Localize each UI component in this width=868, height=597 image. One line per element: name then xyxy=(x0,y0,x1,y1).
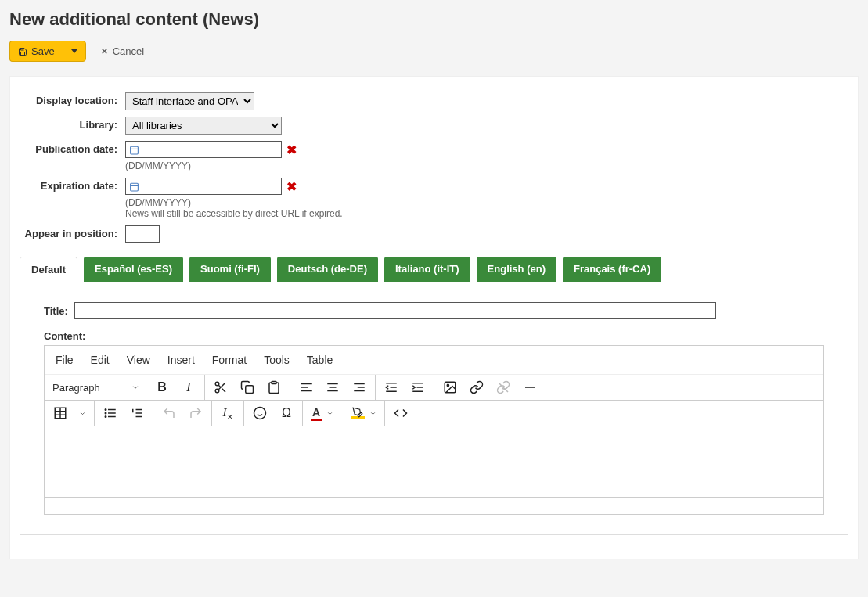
title-input[interactable] xyxy=(74,302,716,319)
emoji-icon xyxy=(253,406,267,420)
image-icon xyxy=(443,380,457,394)
tab-it-it[interactable]: Italiano (it-IT) xyxy=(384,257,470,282)
svg-line-9 xyxy=(222,389,225,392)
special-char-button[interactable]: Ω xyxy=(279,405,294,421)
tab-fr-ca[interactable]: Français (fr-CA) xyxy=(563,257,661,282)
publication-date-input[interactable] xyxy=(125,141,282,158)
clear-exp-date-icon[interactable]: ✖ xyxy=(286,179,297,194)
svg-rect-11 xyxy=(246,386,254,394)
paragraph-label: Paragraph xyxy=(52,382,100,394)
cut-icon xyxy=(214,380,228,394)
italic-button[interactable]: I xyxy=(181,379,196,395)
svg-point-6 xyxy=(215,382,219,386)
svg-line-30 xyxy=(499,383,508,392)
highlight-icon xyxy=(351,408,365,419)
chevron-down-icon[interactable] xyxy=(79,410,86,417)
unlink-icon xyxy=(496,380,510,394)
highlight-color-button[interactable] xyxy=(351,408,376,419)
cut-button[interactable] xyxy=(213,379,229,395)
menu-edit[interactable]: Edit xyxy=(91,354,110,366)
text-color-button[interactable]: A xyxy=(311,406,333,421)
table-button[interactable] xyxy=(52,405,68,421)
align-center-button[interactable] xyxy=(325,379,340,395)
outdent-icon xyxy=(384,380,398,394)
hr-icon xyxy=(523,380,537,394)
svg-point-29 xyxy=(447,384,448,386)
unlink-button[interactable] xyxy=(495,379,511,395)
tab-es-es[interactable]: Español (es-ES) xyxy=(84,257,183,282)
redo-button[interactable] xyxy=(188,405,203,421)
emoji-button[interactable] xyxy=(252,405,268,421)
copy-icon xyxy=(240,380,254,394)
cancel-button[interactable]: Cancel xyxy=(100,45,144,57)
svg-rect-2 xyxy=(131,146,139,154)
number-list-button[interactable] xyxy=(129,405,145,421)
undo-icon xyxy=(162,406,176,420)
menu-view[interactable]: View xyxy=(127,354,150,366)
close-icon xyxy=(100,47,109,56)
align-right-icon xyxy=(352,380,366,394)
link-button[interactable] xyxy=(469,379,484,395)
calendar-icon xyxy=(129,145,139,155)
content-label: Content: xyxy=(44,330,824,342)
menu-format[interactable]: Format xyxy=(212,354,247,366)
chevron-down-icon xyxy=(369,410,376,417)
link-icon xyxy=(470,380,484,394)
menu-insert[interactable]: Insert xyxy=(167,354,195,366)
exp-date-hint: (DD/MM/YYYY) xyxy=(125,197,848,208)
align-right-button[interactable] xyxy=(351,379,367,395)
save-dropdown-caret[interactable] xyxy=(63,41,86,62)
clear-pub-date-icon[interactable]: ✖ xyxy=(286,142,297,157)
indent-button[interactable] xyxy=(410,379,426,395)
align-center-icon xyxy=(326,380,340,394)
expiration-date-input[interactable] xyxy=(125,178,282,195)
tab-en[interactable]: English (en) xyxy=(477,257,556,282)
copy-button[interactable] xyxy=(240,379,255,395)
tab-panel: Title: Content: File Edit View Insert Fo… xyxy=(20,282,848,535)
save-button[interactable]: Save xyxy=(9,41,63,62)
svg-point-39 xyxy=(105,409,106,411)
hr-button[interactable] xyxy=(522,379,538,395)
outdent-button[interactable] xyxy=(384,379,399,395)
align-left-button[interactable] xyxy=(298,379,314,395)
display-location-label: Display location: xyxy=(20,92,125,110)
clear-format-button[interactable]: I✕ xyxy=(220,405,236,421)
chevron-down-icon xyxy=(326,410,333,417)
library-label: Library: xyxy=(20,117,125,135)
pub-date-hint: (DD/MM/YYYY) xyxy=(125,160,848,171)
align-left-icon xyxy=(299,380,313,394)
rich-text-editor: File Edit View Insert Format Tools Table… xyxy=(44,345,824,515)
paste-button[interactable] xyxy=(266,379,282,395)
menu-file[interactable]: File xyxy=(56,354,74,366)
editor-menubar: File Edit View Insert Format Tools Table xyxy=(45,346,823,375)
bold-button[interactable]: B xyxy=(154,379,170,395)
toolbar-row-2: I✕ Ω A xyxy=(45,401,823,426)
caret-down-icon xyxy=(71,49,77,53)
paragraph-select[interactable]: Paragraph xyxy=(52,382,139,394)
bullet-list-button[interactable] xyxy=(103,405,118,421)
svg-point-45 xyxy=(254,408,266,419)
svg-rect-4 xyxy=(131,183,139,191)
cancel-label: Cancel xyxy=(113,45,144,57)
exp-date-note: News will still be accessible by direct … xyxy=(125,208,848,219)
editor-content-area[interactable] xyxy=(45,426,823,497)
library-select[interactable]: All libraries xyxy=(125,117,282,135)
menu-table[interactable]: Table xyxy=(307,354,333,366)
tab-de-de[interactable]: Deutsch (de-DE) xyxy=(277,257,378,282)
position-input[interactable] xyxy=(125,225,160,243)
editor-footer xyxy=(45,497,823,514)
table-icon xyxy=(53,406,67,420)
display-location-select[interactable]: Staff interface and OPAC xyxy=(125,92,254,110)
form-panel: Display location: Staff interface and OP… xyxy=(9,76,859,559)
tab-default[interactable]: Default xyxy=(20,257,77,282)
svg-point-7 xyxy=(215,389,219,393)
code-icon xyxy=(394,406,408,420)
menu-tools[interactable]: Tools xyxy=(264,354,290,366)
publication-date-label: Publication date: xyxy=(20,141,125,171)
source-code-button[interactable] xyxy=(393,405,409,421)
image-button[interactable] xyxy=(442,379,458,395)
tab-fi-fi[interactable]: Suomi (fi-FI) xyxy=(189,257,271,282)
undo-button[interactable] xyxy=(161,405,177,421)
svg-rect-12 xyxy=(272,382,276,384)
expiration-date-label: Expiration date: xyxy=(20,178,125,219)
